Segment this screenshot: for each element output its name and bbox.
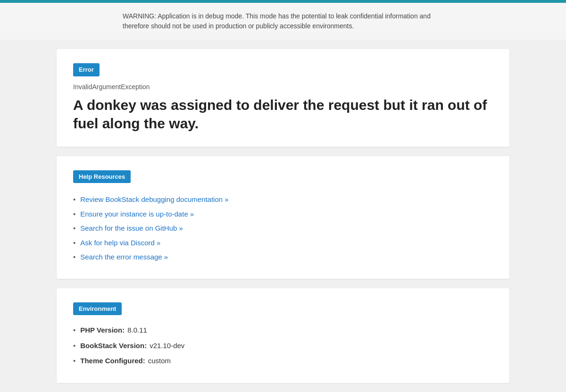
- list-item: Ask for help via Discord »: [73, 236, 493, 250]
- error-badge: Error: [73, 63, 100, 76]
- warning-text: WARNING: Application is in debug mode. T…: [123, 12, 431, 30]
- help-badge: Help Resources: [73, 170, 131, 183]
- environment-card: Environment PHP Version: 8.0.11 BookStac…: [57, 288, 509, 383]
- list-item: Review BookStack debugging documentation…: [73, 192, 493, 207]
- error-message: A donkey was assigned to deliver the req…: [73, 96, 493, 133]
- environment-badge: Environment: [73, 302, 122, 316]
- theme-label: Theme Configured:: [80, 356, 145, 367]
- bookstack-version-label: BookStack Version:: [80, 341, 147, 351]
- list-item: Search for the issue on GitHub »: [73, 221, 493, 236]
- list-item: Ensure your instance is up-to-date »: [73, 207, 493, 222]
- main-content: Error InvalidArgumentException A donkey …: [57, 40, 509, 392]
- debug-docs-link[interactable]: Review BookStack debugging documentation…: [80, 194, 228, 205]
- search-error-link[interactable]: Search the error message »: [80, 252, 168, 263]
- error-card: Error InvalidArgumentException A donkey …: [57, 49, 509, 147]
- discord-link[interactable]: Ask for help via Discord »: [80, 238, 160, 249]
- up-to-date-link[interactable]: Ensure your instance is up-to-date »: [80, 209, 194, 220]
- list-item: BookStack Version: v21.10-dev: [73, 338, 493, 354]
- exception-type: InvalidArgumentException: [73, 82, 493, 92]
- list-item: PHP Version: 8.0.11: [73, 323, 493, 338]
- php-version-label: PHP Version:: [80, 325, 125, 336]
- warning-banner: WARNING: Application is in debug mode. T…: [0, 3, 566, 40]
- help-resources-card: Help Resources Review BookStack debuggin…: [57, 156, 509, 279]
- environment-list: PHP Version: 8.0.11 BookStack Version: v…: [73, 323, 493, 369]
- bookstack-version-value: v21.10-dev: [150, 341, 184, 351]
- github-link[interactable]: Search for the issue on GitHub »: [80, 223, 183, 234]
- theme-value: custom: [148, 356, 171, 367]
- list-item: Search the error message »: [73, 250, 493, 265]
- php-version-value: 8.0.11: [127, 325, 147, 336]
- list-item: Theme Configured: custom: [73, 353, 493, 369]
- help-links-list: Review BookStack debugging documentation…: [73, 192, 493, 265]
